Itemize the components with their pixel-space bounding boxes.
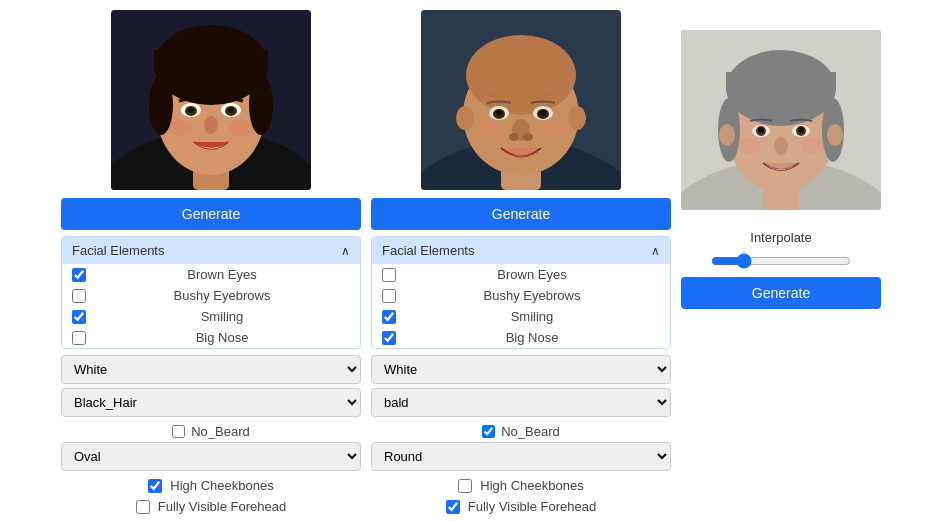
- facial-elements-header-1[interactable]: Facial Elements ∧: [62, 237, 360, 264]
- high-cheekbones-checkbox-2[interactable]: [458, 479, 472, 493]
- high-cheekbones-row-2: High Cheekbones: [448, 475, 593, 496]
- fully-visible-forehead-row-2: Fully Visible Forehead: [436, 496, 606, 517]
- face-shape-dropdown-2[interactable]: Oval Round Square Heart Diamond: [371, 442, 671, 471]
- race-dropdown-1[interactable]: White Black Asian Indian Others: [61, 355, 361, 384]
- smiling-checkbox-1[interactable]: [72, 310, 86, 324]
- brown-eyes-label-2[interactable]: Brown Eyes: [404, 267, 660, 282]
- interpolate-slider[interactable]: [711, 253, 851, 269]
- svg-point-22: [456, 106, 474, 130]
- bushy-eyebrows-row-1: Bushy Eyebrows: [62, 285, 360, 306]
- big-nose-row-1: Big Nose: [62, 327, 360, 348]
- smiling-row-1: Smiling: [62, 306, 360, 327]
- svg-point-21: [466, 35, 576, 115]
- facial-elements-section-2: Facial Elements ∧ Brown Eyes Bushy Eyebr…: [371, 236, 671, 349]
- svg-point-44: [827, 124, 843, 146]
- brown-eyes-row-1: Brown Eyes: [62, 264, 360, 285]
- interpolate-generate-button[interactable]: Generate: [681, 277, 881, 309]
- interpolate-label: Interpolate: [750, 230, 811, 245]
- svg-point-31: [509, 133, 519, 141]
- svg-point-14: [204, 116, 218, 134]
- big-nose-checkbox-2[interactable]: [382, 331, 396, 345]
- race-dropdown-2[interactable]: White Black Asian Indian Others: [371, 355, 671, 384]
- facial-elements-section-1: Facial Elements ∧ Brown Eyes Bushy Eyebr…: [61, 236, 361, 349]
- fully-visible-forehead-checkbox-1[interactable]: [136, 500, 150, 514]
- bushy-eyebrows-row-2: Bushy Eyebrows: [372, 285, 670, 306]
- no-beard-row-2: No_Beard: [472, 421, 570, 442]
- svg-point-29: [540, 110, 546, 116]
- svg-point-32: [523, 133, 533, 141]
- hair-dropdown-1[interactable]: Black_Hair Blond_Hair Brown_Hair Gray_Ha…: [61, 388, 361, 417]
- no-beard-row-1: No_Beard: [162, 421, 260, 442]
- high-cheekbones-checkbox-1[interactable]: [148, 479, 162, 493]
- facial-elements-label-1: Facial Elements: [72, 243, 164, 258]
- svg-point-16: [229, 120, 253, 136]
- svg-point-52: [737, 138, 761, 154]
- smiling-label-1[interactable]: Smiling: [94, 309, 350, 324]
- big-nose-label-2[interactable]: Big Nose: [404, 330, 660, 345]
- chevron-up-icon-2: ∧: [651, 244, 660, 258]
- high-cheekbones-label-2[interactable]: High Cheekbones: [480, 478, 583, 493]
- svg-point-23: [568, 106, 586, 130]
- big-nose-checkbox-1[interactable]: [72, 331, 86, 345]
- high-cheekbones-row-1: High Cheekbones: [138, 475, 283, 496]
- interpolate-panel: Interpolate Generate: [681, 10, 881, 309]
- no-beard-checkbox-1[interactable]: [172, 425, 185, 438]
- face-image-3: [681, 30, 881, 210]
- big-nose-label-1[interactable]: Big Nose: [94, 330, 350, 345]
- panel-2: Generate Facial Elements ∧ Brown Eyes Bu…: [371, 10, 671, 517]
- svg-rect-42: [726, 72, 836, 90]
- bushy-eyebrows-checkbox-2[interactable]: [382, 289, 396, 303]
- high-cheekbones-label-1[interactable]: High Cheekbones: [170, 478, 273, 493]
- brown-eyes-row-2: Brown Eyes: [372, 264, 670, 285]
- big-nose-row-2: Big Nose: [372, 327, 670, 348]
- facial-elements-label-2: Facial Elements: [382, 243, 474, 258]
- no-beard-label-1[interactable]: No_Beard: [191, 424, 250, 439]
- svg-point-49: [758, 127, 764, 133]
- fully-visible-forehead-label-2[interactable]: Fully Visible Forehead: [468, 499, 596, 514]
- generate-button-2[interactable]: Generate: [371, 198, 671, 230]
- svg-point-12: [188, 107, 194, 113]
- bushy-eyebrows-label-2[interactable]: Bushy Eyebrows: [404, 288, 660, 303]
- no-beard-checkbox-2[interactable]: [482, 425, 495, 438]
- svg-point-34: [539, 121, 567, 139]
- fully-visible-forehead-row-1: Fully Visible Forehead: [126, 496, 296, 517]
- svg-point-50: [798, 127, 804, 133]
- smiling-checkbox-2[interactable]: [382, 310, 396, 324]
- svg-point-33: [475, 121, 503, 139]
- svg-point-13: [228, 107, 234, 113]
- bushy-eyebrows-checkbox-1[interactable]: [72, 289, 86, 303]
- main-container: Generate Facial Elements ∧ Brown Eyes Bu…: [10, 10, 932, 517]
- face-image-2: [421, 10, 621, 190]
- fully-visible-forehead-label-1[interactable]: Fully Visible Forehead: [158, 499, 286, 514]
- fully-visible-forehead-checkbox-2[interactable]: [446, 500, 460, 514]
- svg-point-15: [169, 120, 193, 136]
- svg-point-28: [496, 110, 502, 116]
- svg-point-43: [719, 124, 735, 146]
- face-image-1: [111, 10, 311, 190]
- svg-point-53: [801, 138, 825, 154]
- brown-eyes-label-1[interactable]: Brown Eyes: [94, 267, 350, 282]
- smiling-label-2[interactable]: Smiling: [404, 309, 660, 324]
- svg-rect-7: [154, 50, 268, 70]
- brown-eyes-checkbox-2[interactable]: [382, 268, 396, 282]
- chevron-up-icon-1: ∧: [341, 244, 350, 258]
- panel-1: Generate Facial Elements ∧ Brown Eyes Bu…: [61, 10, 361, 517]
- slider-container: [681, 253, 881, 269]
- no-beard-label-2[interactable]: No_Beard: [501, 424, 560, 439]
- generate-button-1[interactable]: Generate: [61, 198, 361, 230]
- smiling-row-2: Smiling: [372, 306, 670, 327]
- face-shape-dropdown-1[interactable]: Oval Round Square Heart Diamond: [61, 442, 361, 471]
- facial-elements-header-2[interactable]: Facial Elements ∧: [372, 237, 670, 264]
- svg-point-51: [774, 137, 788, 155]
- brown-eyes-checkbox-1[interactable]: [72, 268, 86, 282]
- bushy-eyebrows-label-1[interactable]: Bushy Eyebrows: [94, 288, 350, 303]
- hair-dropdown-2[interactable]: Black_Hair Blond_Hair Brown_Hair Gray_Ha…: [371, 388, 671, 417]
